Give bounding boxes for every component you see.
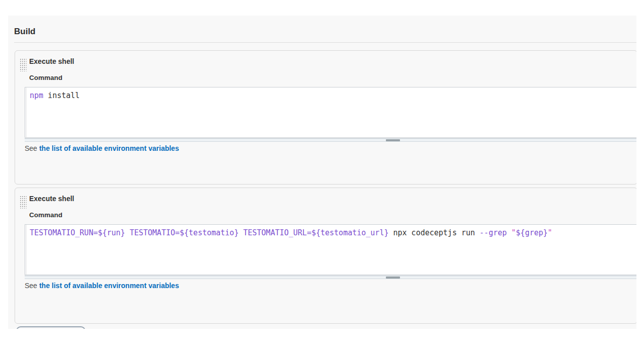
editor-resize-handle[interactable]	[25, 276, 636, 279]
environment-variables-help: Seethe list of available environment var…	[25, 144, 179, 152]
jenkins-config-page: { "section": { "title": "Build" }, "step…	[0, 0, 644, 362]
build-step-title: Execute shell	[29, 195, 74, 203]
help-prefix: See	[25, 144, 37, 152]
command-label: Command	[29, 74, 62, 81]
help-prefix: See	[25, 282, 37, 290]
command-editor[interactable]: npm install	[25, 87, 636, 138]
resize-grip-icon	[386, 139, 400, 141]
drag-handle-icon[interactable]	[20, 58, 27, 71]
add-build-step-button[interactable]	[16, 326, 86, 329]
editor-gutter	[25, 225, 27, 275]
build-step-card: Execute shell Command npm install Seethe…	[15, 50, 636, 185]
build-step-card: Execute shell Command TESTOMATIO_RUN=${r…	[15, 188, 636, 324]
command-label: Command	[29, 211, 62, 219]
environment-variables-link[interactable]: the list of available environment variab…	[39, 282, 179, 290]
section-divider	[14, 42, 636, 43]
build-config-panel: Build Execute shell Command npm install …	[8, 16, 636, 329]
command-editor[interactable]: TESTOMATIO_RUN=${run} TESTOMATIO=${testo…	[25, 224, 636, 275]
resize-grip-icon	[386, 277, 400, 279]
environment-variables-link[interactable]: the list of available environment variab…	[39, 144, 179, 152]
page-title: Build	[14, 27, 36, 37]
editor-resize-handle[interactable]	[25, 138, 636, 142]
build-step-title: Execute shell	[29, 57, 74, 65]
command-code[interactable]: TESTOMATIO_RUN=${run} TESTOMATIO=${testo…	[30, 228, 552, 237]
environment-variables-help: Seethe list of available environment var…	[25, 282, 179, 290]
command-code[interactable]: npm install	[30, 91, 79, 100]
drag-handle-icon[interactable]	[20, 196, 27, 209]
editor-gutter	[25, 87, 27, 137]
